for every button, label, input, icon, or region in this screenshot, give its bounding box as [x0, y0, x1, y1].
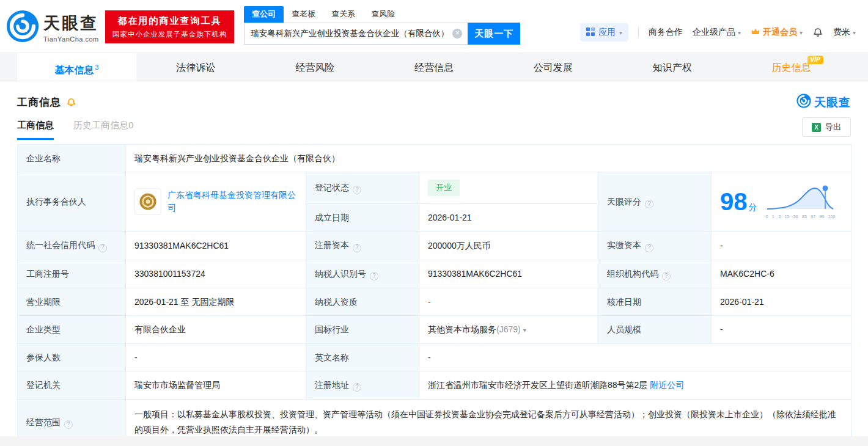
table-row: 统一社会信用代码? 91330381MAK6C2HC61 注册资本? 20000…: [18, 232, 851, 260]
value-english-name: -: [419, 343, 851, 371]
apps-label: 应用: [598, 27, 616, 38]
table-row: 营业期限 2026-01-21 至 无固定期限 纳税人资质 - 核准日期 202…: [18, 288, 851, 315]
tab-company-development-label: 公司发展: [534, 62, 573, 73]
search-input-wrap: ×: [244, 23, 468, 45]
subtabs: 工商信息 历史工商信息0 X 导出: [0, 114, 868, 142]
score-number: 98分: [720, 189, 757, 214]
vip-badge: VIP: [807, 56, 823, 64]
value-establish-date: 2026-01-21: [419, 204, 598, 232]
tab-basic-info-badge: 3: [95, 64, 98, 71]
search-tab-boss[interactable]: 查老板: [284, 6, 323, 23]
value-taxpayer-id: 91330381MAK6C2HC61: [419, 260, 598, 288]
label-reg-address: 注册地址?: [306, 371, 419, 399]
label-industry: 国标行业: [306, 316, 419, 343]
slogan-line1: 都在用的商业查询工具: [112, 15, 227, 27]
label-reg-authority: 登记机关: [18, 371, 126, 399]
business-cooperation-link[interactable]: 商务合作: [649, 27, 683, 38]
open-vip-label: 开通会员: [763, 27, 797, 38]
value-reg-number: 330381001153724: [126, 260, 306, 288]
label-reg-number: 工商注册号: [18, 260, 126, 288]
slogan-line2: 国家中小企业发展子基金旗下机构: [112, 30, 227, 39]
tab-intellectual-property[interactable]: 知识产权: [612, 53, 732, 81]
footer-strip: [0, 436, 868, 446]
value-credit-code: 91330381MAK6C2HC61: [126, 232, 306, 260]
enterprise-products-label: 企业级产品: [693, 27, 735, 38]
section-head: 工商信息 天眼查: [0, 81, 868, 114]
search-tab-company[interactable]: 查公司: [244, 6, 284, 23]
header: 天眼查 TianYanCha.com 都在用的商业查询工具 国家中小企业发展子基…: [0, 0, 868, 53]
value-business-term: 2026-01-21 至 无固定期限: [126, 288, 306, 315]
tianyancha-watermark-text: 天眼查: [814, 95, 851, 111]
value-org-code: MAK6C2HC-6: [712, 260, 851, 288]
section-title: 工商信息: [17, 95, 61, 109]
label-company-type: 企业类型: [18, 316, 126, 343]
table-row: 参保人数 - 英文名称 -: [18, 343, 851, 371]
table-row: 企业类型 有限合伙企业 国标行业 其他资本市场服务(J679)▾ 人员规模 -: [18, 316, 851, 343]
value-staff-size: -: [712, 316, 851, 343]
export-label: 导出: [825, 122, 841, 133]
search-tabs: 查公司 查老板 查关系 查风险: [244, 7, 520, 23]
help-icon[interactable]: ?: [353, 383, 361, 392]
export-button[interactable]: X 导出: [802, 117, 851, 137]
value-reg-capital: 200000万人民币: [419, 232, 598, 260]
clear-search-icon[interactable]: ×: [452, 29, 462, 38]
subscribe-bell-icon[interactable]: [66, 97, 76, 108]
label-taxpayer-quality: 纳税人资质: [306, 288, 419, 315]
company-nav-tabs: 基本信息3 法律诉讼 经营风险 经营信息 公司发展 知识产权 历史信息 VIP: [0, 53, 868, 81]
label-insured-count: 参保人数: [18, 343, 126, 371]
tab-operation-risk[interactable]: 经营风险: [256, 53, 375, 81]
help-icon[interactable]: ?: [64, 420, 73, 429]
tab-legal-lawsuits[interactable]: 法律诉讼: [136, 53, 256, 81]
enterprise-products-link[interactable]: 企业级产品 ▾: [693, 27, 741, 38]
label-reg-status: 登记状态?: [306, 172, 419, 204]
help-icon[interactable]: ?: [98, 244, 107, 252]
search-tab-relation[interactable]: 查关系: [323, 6, 363, 23]
search-button[interactable]: 天眼一下: [468, 23, 520, 45]
label-company-name: 企业名称: [18, 145, 126, 172]
tab-basic-info[interactable]: 基本信息3: [17, 53, 136, 81]
help-icon[interactable]: ?: [353, 186, 361, 194]
brand-name: 天眼查: [43, 12, 99, 34]
help-icon[interactable]: ?: [645, 244, 653, 252]
status-badge: 开业: [428, 180, 460, 196]
score-curve-chart: 0131556859799100: [766, 183, 836, 220]
tab-company-development[interactable]: 公司发展: [493, 53, 612, 81]
help-icon[interactable]: ?: [645, 200, 653, 208]
search-tab-risk[interactable]: 查风险: [363, 6, 403, 23]
notification-bell-icon[interactable]: [812, 27, 823, 38]
label-establish-date: 成立日期: [306, 204, 419, 232]
search-area: 查公司 查老板 查关系 查风险 × 天眼一下: [244, 7, 520, 45]
value-tianyan-score: 98分 0131556859799100: [712, 172, 851, 232]
brand-domain: TianYanCha.com: [43, 35, 99, 43]
tab-operation-info[interactable]: 经营信息: [375, 53, 494, 81]
score-chart-ticks: 0131556859799100: [766, 214, 836, 220]
open-vip-link[interactable]: 开通会员 ▾: [751, 27, 803, 38]
tianyancha-watermark: 天眼查: [796, 93, 851, 111]
search-input[interactable]: [245, 23, 468, 44]
help-icon[interactable]: ?: [370, 272, 378, 280]
apps-menu-button[interactable]: 应用 ▾: [580, 23, 628, 42]
subtab-history-business-info[interactable]: 历史工商信息0: [73, 120, 133, 140]
table-row: 工商注册号 330381001153724 纳税人识别号? 91330381MA…: [18, 260, 851, 288]
partner-logo: [134, 188, 161, 215]
subtab-business-info[interactable]: 工商信息: [17, 120, 54, 140]
label-taxpayer-id: 纳税人识别号?: [306, 260, 419, 288]
expand-industry-icon[interactable]: ▾: [523, 327, 526, 334]
crown-icon: [751, 27, 760, 38]
username: 费米: [833, 27, 850, 38]
partner-company-link[interactable]: 广东省粤科母基金投资管理有限公司: [167, 189, 297, 214]
value-industry: 其他资本市场服务(J679)▾: [419, 316, 598, 343]
tianyancha-logo[interactable]: 天眼查 TianYanCha.com: [6, 10, 99, 45]
tab-history-info[interactable]: 历史信息 VIP: [732, 53, 851, 81]
caret-down-icon: ▾: [853, 29, 856, 36]
caret-down-icon: ▾: [738, 29, 741, 36]
value-company-name: 瑞安粤科新兴产业创业投资基金合伙企业（有限合伙）: [126, 145, 851, 172]
value-paid-capital: -: [712, 232, 851, 260]
top-right-nav: 应用 ▾ 商务合作 企业级产品 ▾ 开通会员 ▾ 费米 ▾: [580, 23, 856, 42]
value-reg-address: 浙江省温州市瑞安市经济开发区上望街道听潮路88号第2层 附近公司: [419, 371, 851, 399]
user-menu[interactable]: 费米 ▾: [833, 27, 856, 38]
nearby-companies-link[interactable]: 附近公司: [650, 380, 684, 390]
help-icon[interactable]: ?: [353, 244, 361, 252]
help-icon[interactable]: ?: [662, 272, 671, 280]
table-row: 企业名称 瑞安粤科新兴产业创业投资基金合伙企业（有限合伙）: [18, 145, 851, 172]
